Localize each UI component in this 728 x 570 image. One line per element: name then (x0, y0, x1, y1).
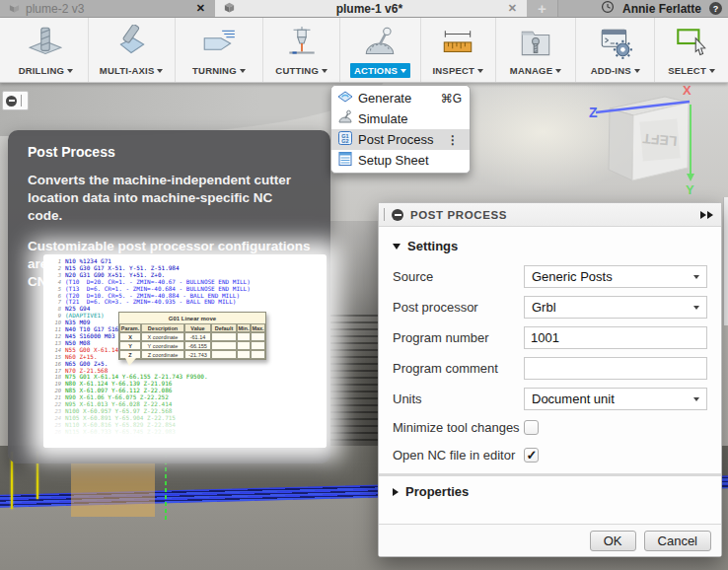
program-comment-input[interactable] (524, 357, 707, 380)
dialog-header[interactable]: POST PROCESS (379, 203, 721, 227)
tab-title: plume-2 v3 (26, 2, 186, 16)
section-divider (379, 473, 721, 476)
toolbar-group-inspect[interactable]: INSPECT (421, 18, 496, 82)
more-options-icon[interactable]: ⋮ (444, 133, 462, 147)
browser-collapse-chip[interactable] (2, 91, 29, 110)
chevron-down-icon (67, 69, 73, 73)
tab-title: plume-1 v6* (241, 2, 498, 16)
help-icon[interactable]: ? (709, 2, 722, 15)
setup-sheet-icon (337, 151, 358, 170)
chevron-down-icon (477, 69, 483, 73)
menu-item-label: Post Process (358, 132, 444, 147)
close-tab-icon[interactable]: ✕ (186, 2, 215, 15)
ok-button[interactable]: OK (590, 531, 636, 551)
program-comment-label: Program comment (393, 361, 524, 376)
axis-y-arrow (687, 174, 694, 181)
tooltip-paragraph: Converts the machine-independent cutter … (28, 172, 311, 224)
manage-folder-icon (517, 25, 554, 63)
new-tab-button[interactable]: + (527, 0, 558, 17)
settings-section-toggle[interactable]: Settings (393, 239, 707, 253)
popup-table-row: XX coordinate-61.14 (119, 332, 265, 341)
menu-item-generate[interactable]: Generate ⌘G (331, 88, 470, 108)
collapse-icon (6, 96, 17, 107)
cancel-button[interactable]: Cancel (644, 531, 711, 551)
multi-axis-icon (112, 25, 150, 63)
toolpath-green-dashed-line (165, 454, 167, 523)
minimize-tool-changes-label: Minimize tool changes (393, 420, 524, 435)
post-process-tooltip: Post Process Converts the machine-indepe… (8, 130, 330, 463)
popup-table-row: ZZ coordinate-21.743 (119, 350, 265, 359)
select-cursor-icon (673, 25, 710, 63)
toolbar-group-drilling[interactable]: DRILLING (4, 18, 89, 82)
chevron-down-icon (240, 69, 246, 73)
close-tab-icon[interactable]: ✕ (498, 2, 527, 15)
collapsed-panel-strip[interactable] (723, 197, 728, 325)
panel-handle (21, 95, 22, 107)
toolbar-group-label: MANAGE (510, 65, 552, 76)
toolbar-group-label: TURNING (192, 65, 237, 76)
toolbar-group-turning[interactable]: TURNING (176, 18, 264, 82)
tooltip-title: Post Process (28, 144, 311, 160)
svg-text:G2: G2 (341, 138, 348, 144)
open-nc-file-checkbox[interactable] (524, 448, 539, 463)
axis-y-label: Y (686, 182, 694, 197)
properties-section-toggle[interactable]: Properties (393, 484, 707, 499)
actions-joystick-icon (361, 25, 399, 63)
expand-panel-icon[interactable] (700, 211, 713, 219)
toolbar-group-actions[interactable]: ACTIONS (340, 18, 421, 82)
job-status-icon[interactable] (601, 0, 615, 18)
view-cube-face-label: LEFT (641, 130, 678, 149)
tab-plume-1[interactable]: plume-1 v6* ✕ (215, 0, 527, 17)
generate-icon (337, 89, 358, 107)
actions-dropdown-menu: Generate ⌘G Simulate G1G2 Post Process ⋮… (330, 85, 471, 174)
source-label: Source (393, 269, 524, 284)
minimize-tool-changes-checkbox[interactable] (524, 420, 539, 435)
view-cube[interactable]: LEFT Z X Y (588, 83, 706, 205)
nc-code-line: 27N120 X-60.642 Y-65.654 Z-23.1 (49, 436, 323, 443)
program-number-input[interactable] (524, 326, 707, 349)
toolbar-group-cutting[interactable]: CUTTING (263, 18, 340, 82)
toolbar-group-label: ACTIONS (354, 65, 398, 76)
turning-icon (200, 25, 238, 63)
collapse-icon[interactable] (392, 209, 403, 221)
chevron-down-icon (322, 69, 328, 73)
cutting-icon (283, 25, 321, 63)
ribbon-toolbar: DRILLING MULTI-AXIS TURNING CUTTING ACTI… (0, 18, 728, 83)
open-nc-file-row: Open NC file in editor (393, 446, 707, 463)
chevron-down-icon (400, 69, 406, 73)
toolbar-group-select[interactable]: SELECT (655, 18, 728, 82)
menu-item-setup-sheet[interactable]: Setup Sheet (331, 150, 470, 171)
units-value: Document unit (532, 392, 693, 406)
popup-table-header-cell: Default (211, 323, 237, 332)
menu-item-post-process[interactable]: G1G2 Post Process ⋮ (331, 129, 470, 150)
source-row: Source Generic Posts (393, 265, 707, 288)
axis-x-label: X (683, 83, 692, 98)
titlebar: plume-2 v3 ✕ plume-1 v6* ✕ + Annie Ferla… (0, 0, 728, 18)
popup-table-header-cell: Max. (251, 323, 265, 332)
source-select[interactable]: Generic Posts (524, 265, 707, 288)
toolbar-group-manage[interactable]: MANAGE (496, 18, 577, 82)
toolbar-group-multi-axis[interactable]: MULTI-AXIS (89, 18, 176, 82)
program-number-row: Program number (393, 326, 707, 349)
user-name[interactable]: Annie Ferlatte (622, 2, 701, 16)
popup-table-header-cell: Min. (237, 323, 251, 332)
units-row: Units Document unit (393, 388, 707, 410)
toolbar-group-label: INSPECT (432, 65, 474, 76)
triangle-down-icon (393, 244, 400, 249)
drilling-icon (27, 25, 64, 63)
toolbar-group-add-ins[interactable]: ADD-INS (576, 18, 655, 82)
chevron-down-icon (693, 397, 699, 401)
nc-code-preview: 1N10 %1234 G71 2N15 G30 G17 X-51. Y-51. … (43, 254, 327, 448)
tab-plume-2[interactable]: plume-2 v3 ✕ (0, 0, 215, 17)
dialog-title: POST PROCESS (410, 209, 700, 221)
document-cube-icon (223, 1, 236, 17)
menu-item-simulate[interactable]: Simulate (331, 108, 470, 129)
toolbar-group-label: ADD-INS (591, 65, 631, 76)
units-select[interactable]: Document unit (524, 388, 707, 410)
program-number-label: Program number (393, 330, 524, 345)
drag-handle[interactable] (384, 208, 385, 221)
post-process-icon: G1G2 (337, 130, 358, 149)
source-value: Generic Posts (532, 269, 693, 284)
post-processor-select[interactable]: Grbl (524, 296, 707, 319)
chevron-down-icon (157, 69, 163, 73)
